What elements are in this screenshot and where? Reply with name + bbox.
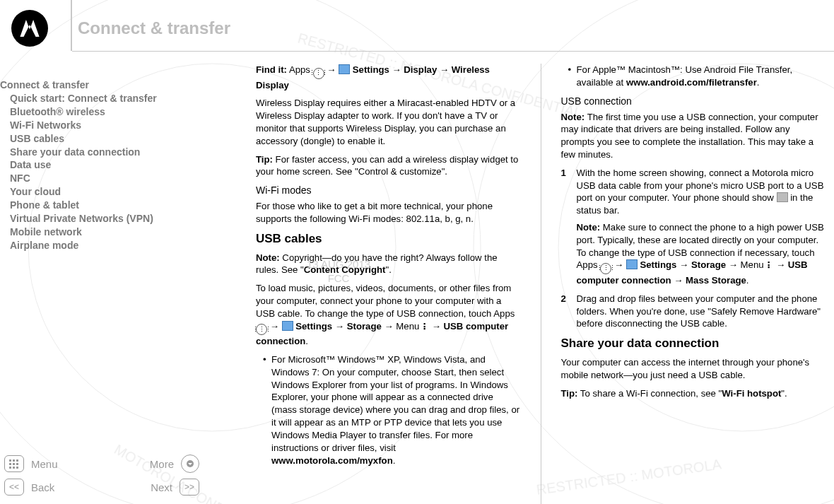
more-label: More [150,458,174,470]
step1-path: Settings → Storage [638,259,726,270]
share-connection-text: Your computer can access the internet th… [561,356,826,382]
usb-connection-heading: USB connection [561,95,826,108]
back-label: Back [31,481,54,493]
svg-rect-15 [16,467,18,469]
svg-rect-11 [13,463,15,465]
toc-item[interactable]: Airplane mode [0,239,212,252]
toc-item[interactable]: Wi-Fi Networks [0,119,212,132]
apps-icon: ⋮⋮⋮ [600,263,611,274]
android-filetransfer-url[interactable]: www.android.com/filetransfer [626,77,757,88]
next-icon: >> [180,479,199,496]
back-button[interactable]: << Back [4,479,54,496]
wifi-modes-heading: Wi-Fi modes [256,184,521,197]
toc-heading[interactable]: Connect & transfer [0,79,212,90]
sidebar-toc: Connect & transfer Quick start: Connect … [0,79,212,252]
more-button[interactable]: More [150,455,199,473]
menu-button[interactable]: Menu [4,455,58,472]
bullet-windows: For Microsoft™ Windows™ XP, Windows Vist… [263,353,521,467]
copyright-note: Note: Copyright—do you have the right? A… [256,252,521,277]
toc-item[interactable]: Data use [0,158,212,172]
usb-first-time-note: Note: The first time you use a USB conne… [561,111,826,161]
step1-note: Note: Make sure to connect the phone to … [577,221,826,287]
tip-label: Tip: [561,388,578,399]
motorola-icon [18,16,42,40]
settings-icon [626,259,638,269]
page-header: Connect & transfer [0,10,834,47]
wifi-modes-text: For those who like to get a bit more tec… [256,200,521,225]
svg-rect-7 [9,459,11,462]
settings-icon [339,64,350,74]
menu-label: Menu [31,458,58,470]
toc-item[interactable]: Mobile network [0,225,212,239]
usb-path: Settings → Storage [293,321,382,332]
toc-item[interactable]: Your cloud [0,185,212,199]
back-icon: << [4,479,24,496]
tip-wireless-widget: Tip: For faster access, you can add a wi… [256,153,521,179]
menu-overflow-icon: ⠇ [422,322,429,333]
tip-text: For faster access, you can add a wireles… [256,154,518,177]
step-1: With the home screen showing, connect a … [561,167,826,287]
svg-rect-14 [13,467,15,469]
toc-item[interactable]: Bluetooth® wireless [0,105,212,119]
content-copyright-link[interactable]: Content Copyright [304,264,386,275]
page-title: Connect & transfer [78,18,230,38]
motorola-url[interactable]: www.motorola.com/myxfon [271,455,393,466]
tip-label: Tip: [256,154,273,165]
note-text-b: ". [385,264,391,275]
find-it-label: Find it: [256,64,287,75]
toc-item[interactable]: USB cables [0,132,212,146]
toc-item[interactable]: Share your data connection [0,146,212,159]
usb-status-icon [777,192,788,202]
more-icon [181,455,199,473]
svg-rect-13 [9,467,11,469]
share-connection-tip: Tip: To share a Wi-Fi connection, see "W… [561,387,826,400]
column-1: 13 AUG 2013 FCC Find it: Apps ⋮⋮⋮ → Sett… [256,64,521,504]
toc-item[interactable]: Virtual Private Networks (VPN) [0,212,212,225]
grid-icon [4,455,24,472]
toc-item[interactable]: Phone & tablet [0,199,212,212]
usb-load-desc: To load music, pictures, videos, documen… [256,282,521,348]
toc-item[interactable]: NFC [0,172,212,185]
tip-text-b: ". [781,388,787,399]
usb-cables-heading: USB cables [256,231,521,247]
nav-controls: Menu More << Back Next >> [4,452,216,498]
settings-icon [282,321,293,331]
tip-text-a: To share a Wi-Fi connection, see " [577,388,722,399]
note-label: Note: [577,222,601,233]
svg-rect-8 [13,459,15,462]
column-separator [541,64,541,504]
bullet-windows-text: For Microsoft™ Windows™ XP, Windows Vist… [271,354,519,453]
motorola-logo [11,10,48,47]
svg-rect-10 [9,463,11,465]
menu-overflow-icon: ⠇ [766,260,773,271]
svg-rect-9 [16,459,18,462]
toc-item[interactable]: Quick start: Connect & transfer [0,92,212,105]
header-rule [72,51,834,52]
step-2: Drag and drop files between your compute… [561,293,826,330]
wireless-display-desc: Wireless Display requires either a Mirac… [256,97,521,147]
svg-rect-12 [16,463,18,465]
usb-load-text: To load music, pictures, videos, documen… [256,283,515,319]
share-connection-heading: Share your data connection [561,336,826,352]
note-text: The first time you use a USB connection,… [561,112,818,160]
note-label: Note: [561,112,585,122]
apps-icon: ⋮⋮⋮ [256,324,267,335]
main-content: 13 AUG 2013 FCC Find it: Apps ⋮⋮⋮ → Sett… [256,64,826,504]
find-it-line: Find it: Apps ⋮⋮⋮ → Settings → Display →… [256,64,521,91]
next-button[interactable]: Next >> [151,479,199,496]
bullet-apple: For Apple™ Macintosh™: Use Android File … [568,64,826,89]
apps-icon: ⋮⋮⋮ [313,68,324,79]
wifi-hotspot-link[interactable]: Wi-Fi hotspot [722,388,781,399]
usb-menu: → Menu [382,321,422,332]
note-label: Note: [256,252,280,263]
step1-menu: → Menu [726,259,766,270]
next-label: Next [151,481,172,493]
column-2: For Apple™ Macintosh™: Use Android File … [561,64,826,504]
